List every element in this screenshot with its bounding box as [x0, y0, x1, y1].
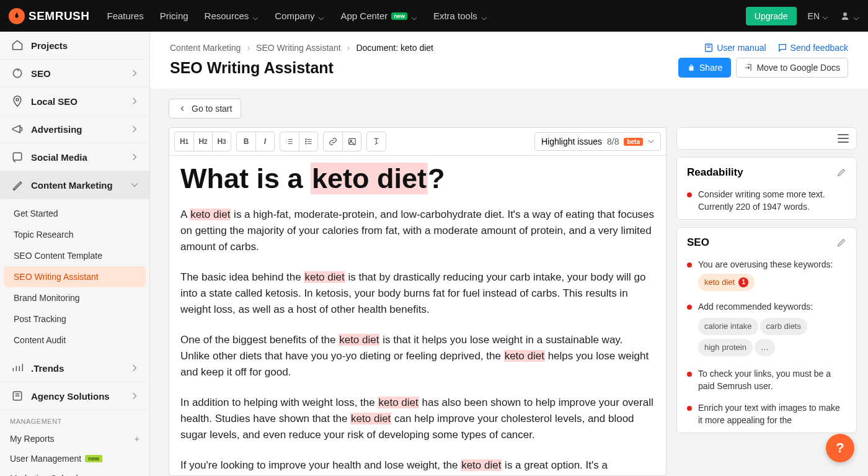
beta-badge: beta	[624, 138, 643, 146]
panel-title: Readability	[687, 166, 743, 179]
warning-dot-icon	[687, 372, 692, 377]
share-button[interactable]: Share	[678, 58, 731, 78]
sidebar-sub-content-template[interactable]: SEO Content Template	[4, 245, 146, 266]
breadcrumb[interactable]: SEO Writing Assistant	[256, 43, 341, 53]
user-menu[interactable]	[839, 11, 859, 22]
chevron-right-icon: ›	[347, 43, 350, 53]
svg-rect-2	[13, 153, 21, 160]
nav-app-center[interactable]: App Centernew	[340, 11, 417, 21]
clear-format-button[interactable]	[366, 132, 386, 151]
editor: H1 H2 H3 B I	[169, 127, 666, 476]
ordered-list-button[interactable]	[280, 132, 299, 151]
chevron-right-icon	[131, 392, 138, 400]
sidebar-item-advertising[interactable]: Advertising	[0, 115, 149, 143]
svg-point-1	[16, 98, 19, 101]
breadcrumb[interactable]: Content Marketing	[170, 43, 241, 53]
svg-rect-8	[348, 138, 355, 144]
italic-button[interactable]: I	[255, 132, 274, 151]
tip-text: Add recommended keywords:	[698, 301, 846, 313]
link-button[interactable]	[324, 132, 342, 151]
chevron-down-icon	[318, 13, 324, 19]
flame-icon	[9, 8, 25, 24]
h3-button[interactable]: H3	[212, 132, 231, 151]
new-badge: new	[391, 12, 407, 20]
chevron-right-icon	[131, 97, 138, 105]
sidebar-item-agency[interactable]: Agency Solutions	[0, 382, 149, 410]
keyword-more[interactable]: …	[755, 339, 775, 356]
nav-extra-tools[interactable]: Extra tools	[433, 11, 487, 21]
chevron-right-icon	[131, 364, 138, 372]
panel-seo: SEO You are overusing these keywords:ket…	[676, 227, 857, 433]
nav-company[interactable]: Company	[275, 11, 324, 21]
upgrade-button[interactable]: Upgrade	[746, 7, 797, 25]
keyword-pill[interactable]: keto diet1	[698, 274, 755, 291]
management-label: MANAGEMENT	[0, 410, 149, 429]
chevron-down-icon	[481, 13, 487, 19]
edit-icon[interactable]	[836, 168, 846, 177]
panel-options[interactable]	[676, 127, 857, 150]
mgmt-my-reports[interactable]: My Reports+	[0, 429, 149, 449]
breadcrumb-current: Document: keto diet	[356, 43, 433, 53]
nav-pricing[interactable]: Pricing	[160, 11, 188, 21]
bold-button[interactable]: B	[237, 132, 255, 151]
sidebar-sub-content-audit[interactable]: Content Audit	[4, 330, 146, 351]
keyword-pill[interactable]: carb diets	[760, 318, 807, 335]
h1-button[interactable]: H1	[175, 132, 193, 151]
tip-text: To check your links, you must be a paid …	[698, 368, 846, 392]
chevron-down-icon	[131, 181, 138, 189]
svg-point-0	[13, 69, 21, 77]
editor-content[interactable]: What is a keto diet? A keto diet is a hi…	[169, 156, 666, 475]
svg-point-6	[305, 141, 306, 141]
go-to-start-button[interactable]: Go to start	[169, 99, 241, 119]
sidebar-item-social-media[interactable]: Social Media	[0, 143, 149, 171]
sidebar-sub-topic-research[interactable]: Topic Research	[4, 224, 146, 245]
chevron-down-icon	[853, 13, 859, 19]
nav-features[interactable]: Features	[107, 11, 144, 21]
sidebar-item-local-seo[interactable]: Local SEO	[0, 88, 149, 115]
svg-point-5	[305, 139, 306, 140]
warning-dot-icon	[687, 305, 692, 310]
tip-text: Enrich your text with images to make it …	[698, 402, 846, 426]
chevron-down-icon	[648, 138, 654, 145]
help-fab[interactable]: ?	[826, 434, 854, 462]
nav-resources[interactable]: Resources	[205, 11, 259, 21]
warning-dot-icon	[687, 406, 692, 411]
chevron-down-icon	[411, 13, 417, 19]
edit-icon[interactable]	[836, 238, 846, 248]
keyword-pill[interactable]: high protein	[698, 339, 753, 356]
sidebar-sub-post-tracking[interactable]: Post Tracking	[4, 308, 146, 330]
panel-title: SEO	[687, 236, 709, 249]
panel-readability: Readability Consider writing some more t…	[676, 157, 857, 220]
send-feedback-link[interactable]: Send feedback	[777, 43, 848, 53]
menu-icon	[838, 134, 849, 143]
brand-logo[interactable]: SEMRUSH	[9, 8, 90, 24]
unordered-list-button[interactable]	[299, 132, 317, 151]
chevron-down-icon	[822, 13, 828, 19]
h2-button[interactable]: H2	[193, 132, 212, 151]
sidebar-item-content-marketing[interactable]: Content Marketing	[0, 171, 149, 199]
new-badge: new	[85, 455, 102, 462]
mgmt-marketing-calendar[interactable]: Marketing Calendar	[0, 469, 149, 476]
sidebar-item-projects[interactable]: Projects	[0, 32, 149, 60]
sidebar-sub-get-started[interactable]: Get Started	[4, 203, 146, 224]
chevron-right-icon: ›	[247, 43, 250, 53]
svg-point-7	[305, 143, 306, 144]
tip-text: Consider writing some more text. Current…	[698, 189, 846, 213]
chevron-down-icon	[252, 13, 259, 19]
language-selector[interactable]: EN	[808, 11, 828, 21]
sidebar-sub-brand-monitoring[interactable]: Brand Monitoring	[4, 287, 146, 308]
image-button[interactable]	[342, 132, 361, 151]
sidebar-item-trends[interactable]: .Trends	[0, 354, 149, 382]
sidebar-item-seo[interactable]: SEO	[0, 60, 149, 88]
keyword-pill[interactable]: calorie intake	[698, 318, 758, 335]
user-manual-link[interactable]: User manual	[704, 43, 766, 53]
mgmt-user-management[interactable]: User Managementnew	[0, 449, 149, 469]
move-to-docs-button[interactable]: Move to Google Docs	[736, 58, 848, 78]
highlight-issues-dropdown[interactable]: Highlight issues 8/8 beta	[534, 132, 661, 151]
plus-icon[interactable]: +	[135, 434, 140, 444]
warning-dot-icon	[687, 192, 692, 197]
sidebar-sub-writing-assistant[interactable]: SEO Writing Assistant	[4, 266, 146, 287]
chevron-right-icon	[131, 70, 138, 77]
chevron-right-icon	[131, 153, 138, 161]
editor-toolbar: H1 H2 H3 B I	[169, 128, 666, 156]
